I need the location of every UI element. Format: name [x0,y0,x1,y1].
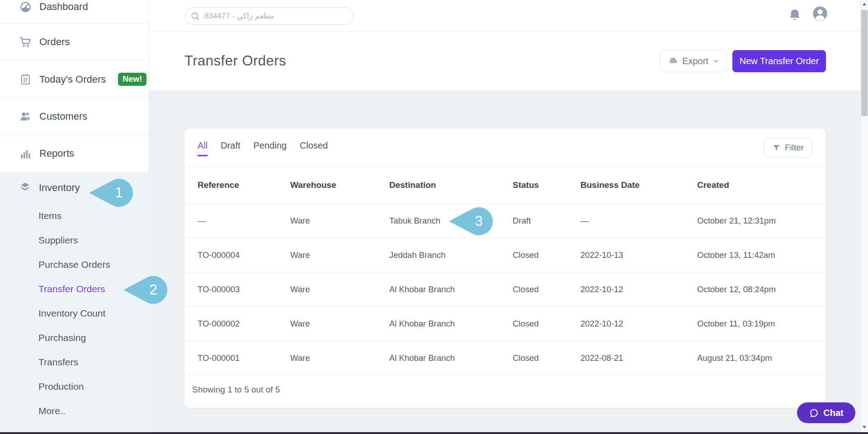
subitem-label: More.. [38,406,66,416]
sidebar-item-orders[interactable]: Orders [0,23,149,61]
cell-status: Draft [513,216,580,226]
tab-draft[interactable]: Draft [221,140,240,156]
transfer-orders-card: All Draft Pending Closed Filter Referenc… [184,129,826,408]
inventory-section: Inventory Items Suppliers Purchase Order… [0,172,149,434]
sidebar-item-label: Today's Orders [39,74,106,85]
people-icon [19,110,32,123]
sidebar-item-todays-orders[interactable]: Today's Orders New! [0,61,149,98]
cell-reference: TO-000002 [198,319,290,329]
notifications-bell-icon[interactable] [788,8,802,24]
cell-created: October 12, 08:24pm [697,285,826,294]
cell-business-date: 2022-10-12 [580,285,697,294]
clipboard-icon [19,73,32,86]
table-row[interactable]: — Ware Tabuk Branch Draft — October 21, … [184,204,826,238]
content-area: All Draft Pending Closed Filter Referenc… [149,90,860,434]
scrollbar-thumb[interactable] [861,10,868,116]
layers-icon [19,181,31,196]
scrollbar-up-arrow[interactable] [863,3,866,5]
cell-destination: Al Khobar Branch [389,285,513,294]
cart-icon [19,36,32,48]
column-header-created: Created [697,180,826,190]
table-row[interactable]: TO-000004 Ware Jeddah Branch Closed 2022… [184,238,826,272]
cell-business-date: — [580,216,697,226]
table-row[interactable]: TO-000001 Ware Al Khobar Branch Closed 2… [184,341,826,375]
cell-status: Closed [513,285,580,294]
sidebar-item-label: Orders [39,36,70,48]
tab-closed[interactable]: Closed [300,140,328,156]
filter-label: Filter [785,143,804,153]
cell-reference: TO-000004 [198,250,290,260]
sidebar-subitem-purchasing[interactable]: Purchasing [0,326,149,350]
subitem-label: Suppliers [38,235,78,246]
tabs-row: All Draft Pending Closed Filter [184,129,826,167]
column-header-reference: Reference [198,180,290,190]
sidebar-subitem-items[interactable]: Items [0,204,149,228]
cell-reference: TO-000003 [198,285,290,294]
table-row[interactable]: TO-000003 Ware Al Khobar Branch Closed 2… [184,272,826,307]
search-icon [190,11,200,21]
sidebar-item-label: Reports [39,148,74,159]
table-row[interactable]: TO-000002 Ware Al Khobar Branch Closed 2… [184,307,826,341]
cell-destination: Jeddah Branch [389,250,513,260]
cell-created: October 13, 11:42am [697,250,826,260]
sidebar-subitem-inventory-count[interactable]: Inventory Count [0,301,149,326]
chat-bubble-icon [809,408,819,418]
sidebar-item-label: Dashboard [39,1,88,13]
new-transfer-order-button[interactable]: New Transfer Order [732,50,826,72]
sidebar-item-customers[interactable]: Customers [0,98,149,135]
cell-warehouse: Ware [290,319,389,329]
cell-created: August 21, 03:34pm [697,353,826,363]
cell-status: Closed [513,250,580,260]
user-avatar-icon[interactable] [812,5,828,23]
gauge-icon [19,0,32,13]
export-button[interactable]: Export [660,50,727,72]
sidebar-subitem-purchase-orders[interactable]: Purchase Orders [0,252,149,277]
sidebar-subitem-transfer-orders[interactable]: Transfer Orders [0,277,149,301]
export-label: Export [682,56,708,66]
chevron-down-icon [712,58,719,65]
page-header: Transfer Orders Export New Transfer Orde… [149,32,860,90]
sidebar-item-reports[interactable]: Reports [0,135,149,172]
bar-chart-icon [19,147,32,160]
cell-warehouse: Ware [290,285,389,294]
subitem-label: Items [38,210,61,221]
sidebar-item-label: Inventory [39,182,80,194]
tab-pending[interactable]: Pending [254,140,287,156]
cell-reference: TO-000001 [198,353,290,363]
new-badge: New! [118,73,146,86]
sidebar-subitem-production[interactable]: Production [0,374,149,399]
chat-button[interactable]: Chat [797,402,855,423]
sidebar-subitem-suppliers[interactable]: Suppliers [0,228,149,252]
page-scrollbar[interactable] [860,0,868,434]
search-box[interactable] [184,7,354,25]
cell-destination: Al Khobar Branch [389,353,513,363]
cell-warehouse: Ware [290,216,389,226]
table-footer: Showing 1 to 5 out of 5 [192,375,280,404]
column-header-destination: Destination [389,180,513,190]
cell-destination: Tabuk Branch [389,216,513,226]
funnel-icon [772,144,781,152]
cloud-icon [668,56,678,66]
cell-destination: Al Khobar Branch [389,319,513,329]
sidebar-item-dashboard[interactable]: Dashboard [0,0,149,23]
cell-status: Closed [513,353,580,363]
sidebar-subitem-transfers[interactable]: Transfers [0,350,149,374]
subitem-label: Transfers [38,357,78,368]
subitem-label: Purchase Orders [38,259,110,270]
column-header-business-date: Business Date [580,180,697,190]
column-header-status: Status [513,180,580,190]
scrollbar-down-arrow[interactable] [863,426,866,429]
filter-button[interactable]: Filter [764,138,812,158]
subitem-label: Inventory Count [38,308,105,319]
sidebar: Dashboard Orders Today's Orders New! Cus… [0,0,149,434]
cell-business-date: 2022-10-13 [580,250,697,260]
cell-warehouse: Ware [290,250,389,260]
window-bottom-edge [0,432,868,434]
sidebar-item-inventory[interactable]: Inventory [0,172,149,204]
column-header-warehouse: Warehouse [290,180,389,190]
sidebar-subitem-more[interactable]: More.. [0,399,149,423]
cell-business-date: 2022-08-21 [580,353,697,363]
tab-all[interactable]: All [198,140,208,156]
search-input[interactable] [204,12,348,21]
cell-business-date: 2022-10-12 [580,319,697,329]
